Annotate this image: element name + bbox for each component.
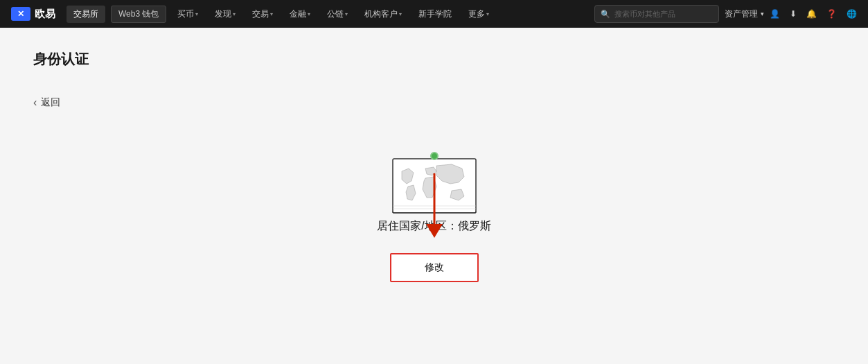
nav-tab-exchange[interactable]: 交易所 (67, 6, 105, 23)
chevron-down-icon: ▾ (195, 11, 198, 17)
chevron-down-icon: ▾ (308, 11, 310, 17)
logo-text: 欧易 (35, 8, 55, 21)
search-placeholder: 搜索币对其他产品 (614, 9, 675, 19)
top-navigation: ✕ 欧易 交易所 Web3 钱包 买币 ▾ 发现 ▾ 交易 ▾ 金融 ▾ 公链 … (0, 0, 868, 28)
svg-marker-4 (426, 224, 443, 238)
page-title: 身份认证 (33, 50, 835, 69)
annotation-arrow (407, 170, 462, 239)
modify-button[interactable]: 修改 (390, 253, 479, 282)
asset-management[interactable]: 资产管理 ▾ (725, 8, 764, 20)
chevron-down-icon: ▾ (345, 11, 348, 17)
search-bar[interactable]: 🔍 搜索币对其他产品 (594, 5, 719, 23)
globe-icon[interactable]: 🌐 (847, 9, 857, 19)
chevron-down-icon: ▾ (399, 11, 402, 17)
map-pin (430, 152, 439, 160)
help-icon[interactable]: ❓ (826, 9, 837, 19)
back-label: 返回 (41, 96, 60, 109)
annotation-area: 修改 (390, 253, 479, 282)
nav-menu-more[interactable]: 更多 ▾ (463, 6, 495, 23)
back-link[interactable]: ‹ 返回 (33, 96, 835, 109)
nav-menu-finance[interactable]: 金融 ▾ (284, 6, 316, 23)
nav-menu-corp[interactable]: 公链 ▾ (321, 6, 353, 23)
search-icon: 🔍 (601, 10, 610, 19)
nav-tab-web3[interactable]: Web3 钱包 (111, 6, 166, 23)
nav-menu-novice[interactable]: 新手学院 (413, 6, 457, 23)
chevron-left-icon: ‹ (33, 96, 37, 109)
chevron-down-icon: ▾ (486, 11, 489, 17)
nav-menu-trade[interactable]: 交易 ▾ (247, 6, 278, 23)
nav-menu-inst[interactable]: 机构客户 ▾ (359, 6, 407, 23)
bell-icon[interactable]: 🔔 (806, 9, 817, 19)
logo[interactable]: ✕ 欧易 (11, 7, 55, 21)
main-content: 身份认证 ‹ 返回 (0, 28, 868, 364)
nav-menu-dev[interactable]: 发现 ▾ (209, 6, 241, 23)
download-icon[interactable]: ⬇ (790, 9, 797, 19)
nav-menu-buy[interactable]: 买币 ▾ (172, 6, 204, 23)
user-icon[interactable]: 👤 (770, 9, 780, 19)
logo-icon: ✕ (11, 7, 30, 21)
nav-right-actions: 👤 ⬇ 🔔 ❓ 🌐 (770, 9, 857, 19)
chevron-down-icon: ▾ (270, 11, 273, 17)
chevron-down-icon: ▾ (233, 11, 236, 17)
center-area: 居住国家/地区：俄罗斯 修改 (33, 137, 835, 282)
chevron-down-icon: ▾ (761, 10, 764, 17)
